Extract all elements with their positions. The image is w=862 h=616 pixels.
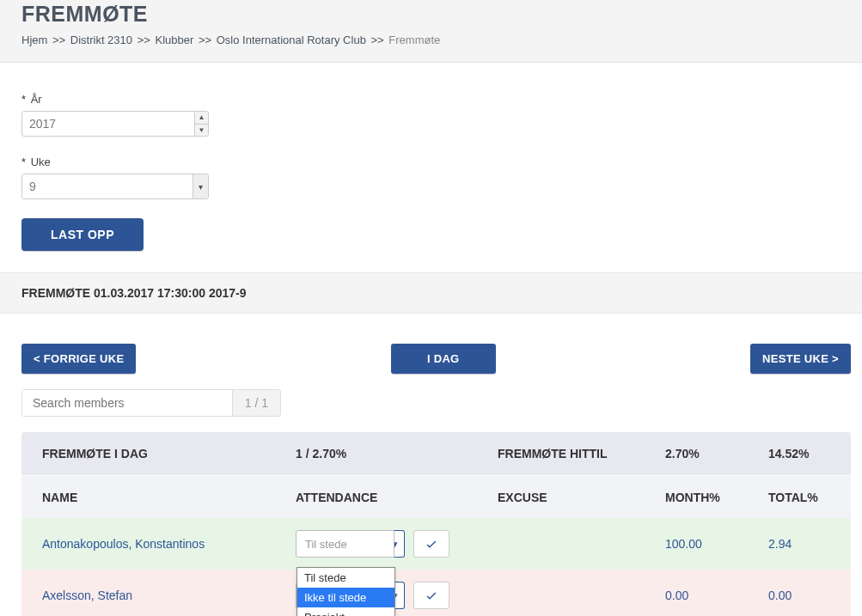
col-name: NAME bbox=[42, 491, 296, 504]
attendance-option[interactable]: Til stede bbox=[297, 568, 394, 588]
chevron-down-icon[interactable]: ▾ bbox=[193, 174, 208, 198]
confirm-attendance-button[interactable] bbox=[413, 530, 449, 558]
check-icon bbox=[425, 589, 438, 602]
member-name-link[interactable]: Antonakopoulos, Konstantinos bbox=[42, 537, 296, 551]
year-input[interactable] bbox=[21, 111, 209, 137]
year-spinner[interactable]: ▲▼ bbox=[194, 112, 208, 136]
breadcrumb-district[interactable]: Distrikt 2310 bbox=[70, 34, 132, 46]
summary-sofar-label: FREMMØTE HITTIL bbox=[498, 447, 665, 460]
summary-today-value: 1 / 2.70% bbox=[296, 447, 498, 460]
summary-today-label: FREMMØTE I DAG bbox=[42, 447, 296, 460]
check-icon bbox=[425, 537, 438, 551]
breadcrumb: Hjem >> Distrikt 2310 >> Klubber >> Oslo… bbox=[21, 34, 841, 46]
attendance-select[interactable]: Til stede bbox=[296, 530, 394, 558]
search-container: 1 / 1 bbox=[21, 389, 281, 417]
attendance-option[interactable]: Ikke til stede bbox=[297, 588, 394, 607]
attendance-option[interactable]: Prosjekt bbox=[297, 607, 394, 616]
year-label: * År bbox=[21, 93, 841, 106]
summary-total-pct: 14.52% bbox=[768, 447, 830, 460]
week-input[interactable] bbox=[21, 174, 209, 199]
col-total: TOTAL% bbox=[768, 491, 830, 504]
member-name-link[interactable]: Axelsson, Stefan bbox=[42, 589, 296, 602]
table-header-row: NAME ATTENDANCE EXCUSE MONTH% TOTAL% bbox=[21, 475, 851, 518]
today-button[interactable]: I DAG bbox=[391, 344, 496, 374]
breadcrumb-current: Fremmøte bbox=[388, 34, 440, 46]
col-attendance: ATTENDANCE bbox=[296, 491, 498, 504]
col-month: MONTH% bbox=[665, 491, 768, 504]
breadcrumb-club[interactable]: Oslo International Rotary Club bbox=[217, 34, 366, 46]
month-pct: 0.00 bbox=[665, 589, 768, 602]
search-page-indicator: 1 / 1 bbox=[232, 390, 280, 416]
month-pct: 100.00 bbox=[665, 537, 768, 551]
spin-down-icon[interactable]: ▼ bbox=[195, 125, 208, 137]
breadcrumb-home[interactable]: Hjem bbox=[21, 34, 47, 46]
total-pct: 2.94 bbox=[768, 537, 830, 551]
week-label: * Uke bbox=[21, 156, 841, 168]
summary-month-pct: 2.70% bbox=[665, 447, 768, 460]
total-pct: 0.00 bbox=[768, 589, 830, 602]
next-week-button[interactable]: NESTE UKE > bbox=[750, 344, 851, 374]
upload-button[interactable]: LAST OPP bbox=[21, 218, 144, 251]
table-row: Axelsson, Stefan ▼ 0.00 0.00 bbox=[21, 570, 851, 616]
table-row: Antonakopoulos, Konstantinos Til stede ▼… bbox=[21, 518, 851, 570]
summary-row: FREMMØTE I DAG 1 / 2.70% FREMMØTE HITTIL… bbox=[21, 432, 851, 475]
breadcrumb-clubs[interactable]: Klubber bbox=[155, 34, 193, 46]
prev-week-button[interactable]: < FORRIGE UKE bbox=[21, 344, 136, 374]
spin-up-icon[interactable]: ▲ bbox=[195, 112, 208, 125]
meeting-info-bar: FREMMØTE 01.03.2017 17:30:00 2017-9 bbox=[0, 272, 862, 314]
col-excuse: EXCUSE bbox=[498, 491, 665, 504]
confirm-attendance-button[interactable] bbox=[413, 582, 449, 609]
attendance-dropdown[interactable]: Til stedeIkke til stedeProsjektAnnen klu… bbox=[297, 567, 395, 616]
page-title: FREMMØTE bbox=[21, 0, 841, 27]
search-input[interactable] bbox=[22, 390, 232, 416]
